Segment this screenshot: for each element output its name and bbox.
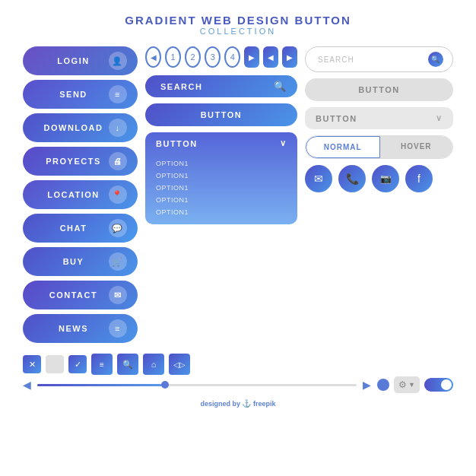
location-button[interactable]: LOCATION 📍 [23, 180, 138, 209]
location-icon: 📍 [109, 186, 127, 204]
prev-page-solid[interactable]: ◀ [263, 46, 278, 68]
dropdown-header-label: BUTTON [156, 139, 198, 148]
page-3[interactable]: 3 [205, 46, 221, 68]
projects-button[interactable]: PROYECTS 🖨 [23, 147, 138, 176]
phone-icon[interactable]: 📞 [338, 165, 366, 192]
dropdown-option-2[interactable]: OPTION1 [156, 170, 287, 182]
slider-left-arrow[interactable]: ◀ [23, 379, 31, 391]
search-outline-placeholder: SEARCH [318, 56, 354, 64]
middle-column: ◀ 1 2 3 4 ▶ ◀ ▶ SEARCH 🔍 BUTTON BU [145, 46, 297, 343]
page-title: GRADIENT WEB DESIGN BUTTON COLLECTION [0, 0, 476, 39]
toggle-knob [441, 379, 452, 390]
search-gradient-button[interactable]: SEARCH 🔍 [145, 75, 297, 97]
search-outline[interactable]: SEARCH 🔍 [305, 46, 453, 72]
social-icons: ✉ 📞 📷 f [305, 165, 453, 192]
page-1[interactable]: 1 [165, 46, 181, 68]
button-gray[interactable]: BUTTON [305, 78, 453, 101]
news-icon: ≡ [109, 319, 127, 338]
right-column: SEARCH 🔍 BUTTON BUTTON ∨ NORMAL HOVER ✉ … [305, 46, 453, 343]
button-gray-label: BUTTON [358, 85, 400, 94]
send-label: SEND [38, 90, 109, 99]
prev-next-icon-btn[interactable]: ◁▷ [169, 354, 190, 375]
contact-label: CONTACT [38, 290, 109, 300]
email-icon[interactable]: ✉ [305, 165, 332, 192]
download-label: DOWNLOAD [38, 123, 109, 132]
login-label: LOGIN [38, 56, 109, 65]
projects-label: PROYECTS [38, 157, 109, 166]
footer-text: designed by [200, 400, 242, 408]
gear-chevron-icon: ▼ [408, 381, 415, 389]
contact-button[interactable]: CONTACT ✉ [23, 281, 138, 309]
prev-page-arrow[interactable]: ◀ [145, 46, 161, 68]
home-icon-btn[interactable]: ⌂ [143, 354, 164, 375]
button-gradient[interactable]: BUTTON [145, 103, 297, 126]
dropdown-option-5[interactable]: OPTION1 [156, 206, 287, 218]
hover-button[interactable]: HOVER [380, 136, 453, 158]
checkbox-check[interactable]: ✓ [68, 355, 87, 373]
footer-brand: freepik [253, 400, 276, 408]
normal-button[interactable]: NORMAL [306, 136, 380, 158]
dropdown-option-1[interactable]: OPTION1 [156, 157, 287, 170]
buy-label: BUY [38, 257, 109, 266]
search-gradient-icon: 🔍 [274, 81, 287, 92]
chevron-down-gray-icon: ∨ [436, 113, 443, 123]
page-4[interactable]: 4 [224, 46, 240, 68]
sub-title: COLLECTION [0, 27, 476, 36]
chat-label: CHAT [38, 224, 109, 233]
chat-button[interactable]: CHAT 💬 [23, 214, 138, 243]
button-gradient-label: BUTTON [201, 110, 243, 119]
toggle-switch[interactable] [424, 378, 453, 392]
gear-dropdown[interactable]: ⚙ ▼ [394, 376, 420, 393]
slider-thumb[interactable] [161, 381, 169, 389]
send-button[interactable]: SEND ≡ [23, 80, 138, 109]
controls-row: ✕ ✓ ≡ 🔍 ⌂ ◁▷ [0, 354, 476, 375]
send-icon: ≡ [109, 85, 127, 103]
normal-hover-toggle[interactable]: NORMAL HOVER [305, 135, 453, 159]
dropdown-gray[interactable]: BUTTON ∨ [305, 107, 453, 129]
checkbox-empty[interactable] [46, 355, 64, 373]
slider-right-arrow[interactable]: ▶ [363, 379, 371, 391]
slider-fill [37, 384, 165, 386]
facebook-icon[interactable]: f [405, 165, 433, 192]
news-label: NEWS [38, 324, 109, 333]
login-button[interactable]: LOGIN 👤 [23, 46, 138, 75]
buy-button[interactable]: BUY 🛒 [23, 247, 138, 276]
slider-row: ◀ ▶ ⚙ ▼ [0, 376, 476, 393]
mail-icon: ✉ [109, 286, 127, 304]
news-button[interactable]: NEWS ≡ [23, 314, 138, 343]
chat-icon: 💬 [109, 219, 127, 237]
dropdown-header[interactable]: BUTTON ∨ [145, 132, 297, 154]
page-2[interactable]: 2 [185, 46, 201, 68]
toggle-radio[interactable] [377, 379, 389, 391]
search-gradient-label: SEARCH [160, 82, 202, 91]
checkbox-x[interactable]: ✕ [23, 355, 41, 373]
pagination: ◀ 1 2 3 4 ▶ ◀ ▶ [145, 46, 297, 68]
gear-icon: ⚙ [398, 379, 407, 390]
hamburger-icon-btn[interactable]: ≡ [91, 354, 113, 375]
search-icon-btn[interactable]: 🔍 [117, 354, 138, 375]
next-page-solid[interactable]: ▶ [244, 46, 259, 68]
chevron-down-icon: ∨ [280, 138, 287, 148]
location-label: LOCATION [38, 190, 109, 199]
dropdown-option-3[interactable]: OPTION1 [156, 182, 287, 194]
left-column: LOGIN 👤 SEND ≡ DOWNLOAD ↓ PROYECTS 🖨 LOC… [23, 46, 138, 343]
dropdown-gradient[interactable]: BUTTON ∨ OPTION1 OPTION1 OPTION1 OPTION1… [145, 132, 297, 224]
dropdown-option-4[interactable]: OPTION1 [156, 194, 287, 206]
toggle-group: ⚙ ▼ [377, 376, 453, 393]
footer: designed by ⚓ freepik [0, 399, 476, 408]
search-icon-circle: 🔍 [428, 52, 443, 67]
cart-icon: 🛒 [109, 252, 127, 271]
download-icon: ↓ [109, 119, 127, 137]
projects-icon: 🖨 [109, 152, 127, 170]
freepik-icon: ⚓ [242, 399, 251, 408]
user-icon: 👤 [109, 52, 127, 70]
main-title: GRADIENT WEB DESIGN BUTTON [0, 14, 476, 27]
instagram-icon[interactable]: 📷 [372, 165, 399, 192]
dropdown-gray-label: BUTTON [316, 114, 357, 123]
download-button[interactable]: DOWNLOAD ↓ [23, 113, 138, 142]
dropdown-options: OPTION1 OPTION1 OPTION1 OPTION1 OPTION1 [145, 154, 297, 224]
slider-track[interactable] [37, 384, 357, 386]
next-page-solid-2[interactable]: ▶ [282, 46, 297, 68]
